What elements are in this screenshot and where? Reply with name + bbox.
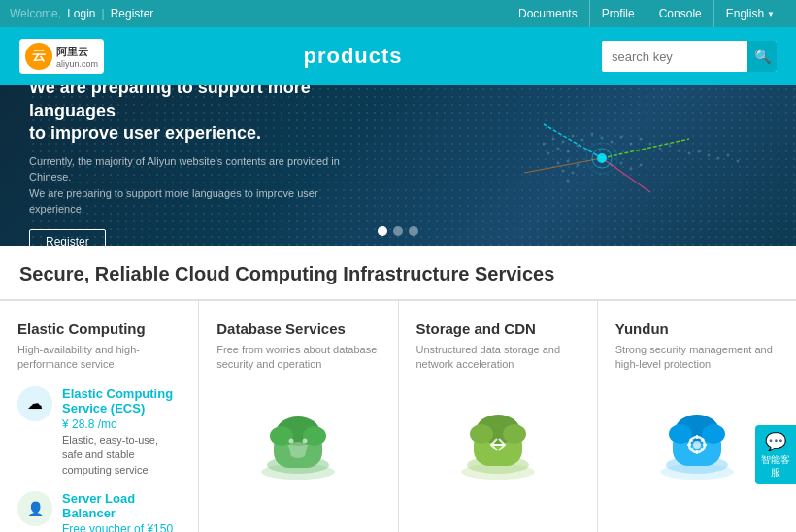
register-link[interactable]: Register	[111, 7, 154, 20]
search-area: 🔍	[602, 41, 777, 72]
carousel-dots	[378, 226, 418, 236]
ecs-service-item: ☁ Elastic Computing Service (ECS) ¥ 28.8…	[17, 386, 181, 478]
svg-point-15	[688, 152, 691, 155]
hero-banner: We are preparing to support more languag…	[0, 85, 796, 246]
carousel-dot-1[interactable]	[378, 226, 387, 236]
slb-info: Server Load Balancer Free voucher of ¥15…	[62, 491, 181, 532]
svg-point-19	[727, 154, 730, 157]
profile-link[interactable]: Profile	[589, 0, 647, 27]
svg-point-37	[640, 164, 643, 167]
svg-point-3	[572, 135, 575, 138]
slb-service-item: 👤 Server Load Balancer Free voucher of ¥…	[17, 491, 181, 532]
search-icon: 🔍	[754, 49, 771, 64]
svg-point-16	[698, 150, 701, 153]
product-col-elastic: Elastic Computing High-availability and …	[0, 301, 199, 532]
svg-point-9	[630, 143, 633, 146]
svg-line-39	[602, 139, 689, 158]
top-bar-right: Documents Profile Console English ▼	[507, 0, 786, 27]
svg-point-23	[567, 150, 570, 153]
svg-point-11	[649, 143, 652, 146]
support-button[interactable]: 💬 智能客服	[755, 425, 796, 484]
storage-desc: Unstructured data storage and network ac…	[416, 343, 580, 373]
support-icon: 💬	[759, 431, 792, 453]
page-title: products	[303, 44, 402, 69]
hero-desc: Currently, the majority of Aliyun websit…	[29, 153, 359, 217]
section-title: Secure, Reliable Cloud Computing Infrast…	[0, 246, 796, 300]
svg-line-40	[602, 158, 650, 192]
svg-point-13	[669, 145, 672, 148]
storage-illustration	[416, 402, 580, 489]
svg-point-28	[567, 160, 570, 163]
svg-point-4	[581, 139, 584, 142]
database-desc: Free from worries about database securit…	[216, 343, 380, 373]
logo-box: 云 阿里云 aliyun.com	[19, 39, 104, 74]
elastic-title: Elastic Computing	[17, 320, 181, 337]
console-link[interactable]: Console	[647, 0, 713, 27]
svg-point-35	[620, 162, 623, 165]
svg-point-29	[577, 164, 580, 167]
hero-content: We are preparing to support more languag…	[29, 85, 359, 246]
carousel-dot-2[interactable]	[393, 226, 403, 236]
database-title: Database Services	[216, 320, 380, 337]
login-link[interactable]: Login	[67, 7, 95, 20]
hero-title: We are preparing to support more languag…	[29, 85, 359, 146]
ecs-price: ¥ 28.8 /mo	[62, 417, 181, 431]
world-map-svg	[349, 85, 796, 246]
logo-domain: aliyun.com	[56, 59, 98, 69]
svg-point-18	[717, 157, 720, 160]
svg-point-5	[591, 133, 594, 136]
svg-point-1	[552, 138, 555, 141]
logo-icon: 云	[25, 43, 52, 70]
language-selector[interactable]: English ▼	[713, 0, 786, 27]
svg-point-67	[470, 424, 493, 444]
svg-point-30	[562, 170, 565, 173]
product-col-storage: Storage and CDN Unstructured data storag…	[399, 301, 598, 532]
svg-point-6	[601, 137, 604, 140]
documents-link[interactable]: Documents	[507, 0, 589, 27]
svg-point-27	[557, 162, 560, 165]
slb-price: Free voucher of ¥150	[62, 522, 181, 532]
svg-point-74	[702, 424, 725, 444]
slb-icon: 👤	[17, 491, 52, 526]
language-label: English	[726, 7, 764, 20]
svg-point-73	[669, 424, 692, 444]
svg-point-36	[630, 168, 633, 171]
search-input[interactable]	[602, 44, 747, 70]
ecs-info: Elastic Computing Service (ECS) ¥ 28.8 /…	[62, 386, 181, 478]
svg-point-12	[659, 148, 662, 150]
svg-point-20	[737, 160, 740, 163]
product-col-yundun: Yundun Strong security management and hi…	[598, 301, 796, 532]
svg-point-21	[547, 152, 550, 155]
storage-title: Storage and CDN	[416, 320, 580, 337]
chevron-down-icon: ▼	[767, 10, 775, 18]
svg-point-10	[640, 138, 643, 141]
hero-register-button[interactable]: Register	[29, 229, 106, 246]
logo: 云 阿里云 aliyun.com	[19, 39, 104, 74]
product-col-database: Database Services Free from worries abou…	[199, 301, 398, 532]
svg-point-7	[611, 141, 614, 144]
header: 云 阿里云 aliyun.com products 🔍	[0, 27, 796, 85]
elastic-desc: High-availability and high-performance s…	[17, 343, 181, 373]
svg-point-60	[303, 426, 326, 446]
svg-point-8	[620, 136, 623, 139]
ecs-name[interactable]: Elastic Computing Service (ECS)	[62, 386, 181, 416]
svg-point-61	[289, 438, 294, 443]
svg-point-42	[597, 153, 607, 163]
svg-point-2	[562, 141, 565, 144]
svg-point-59	[270, 426, 293, 446]
svg-point-14	[679, 150, 681, 152]
svg-point-76	[693, 441, 701, 449]
logo-chinese: 阿里云	[56, 45, 98, 59]
support-label: 智能客服	[761, 454, 790, 478]
database-illustration	[216, 402, 380, 489]
svg-point-62	[303, 438, 308, 443]
slb-name[interactable]: Server Load Balancer	[62, 491, 181, 520]
products-grid: Elastic Computing High-availability and …	[0, 300, 796, 532]
svg-point-22	[557, 148, 560, 150]
carousel-dot-3[interactable]	[409, 226, 418, 236]
top-bar-left: Welcome, Login | Register	[10, 7, 153, 20]
separator: |	[102, 7, 105, 20]
svg-point-32	[567, 180, 570, 183]
yundun-illustration	[615, 402, 779, 489]
search-button[interactable]: 🔍	[747, 41, 777, 72]
